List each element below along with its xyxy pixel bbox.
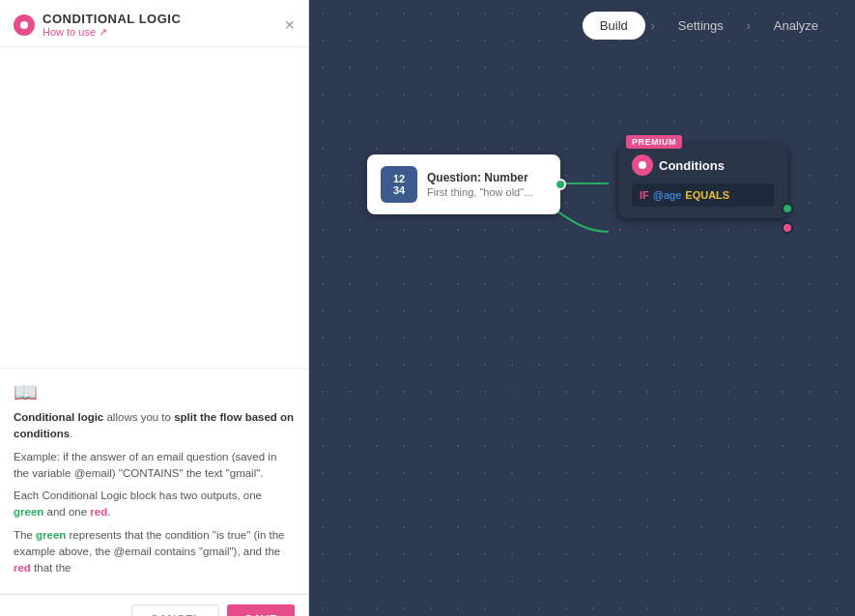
conditions-node-body: IF @age EQUALS — [632, 183, 774, 207]
tab-build[interactable]: Build — [583, 12, 645, 40]
panel-body: Set the condition(s) IF @ age 1 ✓ EQUAL … — [0, 47, 308, 59]
top-nav: Build › Settings › Analyze — [309, 0, 855, 51]
info-box: 📖 Conditional logic allows you to split … — [0, 368, 308, 594]
question-node-title: Question: Number — [427, 171, 532, 184]
nav-tabs: Build › Settings › Analyze — [583, 12, 836, 40]
question-node[interactable]: 12 34 Question: Number First thing, "how… — [367, 154, 560, 214]
question-node-icon: 12 34 — [381, 166, 417, 203]
conditions-node-icon — [632, 154, 653, 176]
conditions-output-red — [782, 222, 793, 234]
close-button[interactable]: × — [284, 16, 295, 34]
bottom-bar: SAVE CHANGES? CANCEL SAVE — [0, 594, 308, 616]
panel-header: CONDITIONAL LOGIC How to use ↗ × — [0, 0, 308, 47]
conditions-output-green — [782, 203, 793, 214]
tab-settings[interactable]: Settings — [661, 12, 741, 40]
op-chip: EQUALS — [685, 189, 729, 201]
left-panel: CONDITIONAL LOGIC How to use ↗ × Set the… — [0, 0, 309, 616]
question-node-subtitle: First thing, "how old"... — [427, 186, 532, 198]
panel-subtitle[interactable]: How to use ↗ — [43, 26, 284, 39]
external-link-icon: ↗ — [99, 26, 107, 38]
info-paragraph-3: Each Conditional Logic block has two out… — [14, 488, 295, 521]
premium-badge: PREMIUM — [626, 135, 682, 149]
panel-title-group: CONDITIONAL LOGIC How to use ↗ — [43, 12, 284, 39]
conditions-node[interactable]: PREMIUM Conditions IF @age EQUALS — [618, 145, 787, 218]
bottom-bar-actions: CANCEL SAVE — [131, 604, 295, 616]
conditions-node-header: Conditions — [632, 154, 774, 176]
var-chip: @age — [653, 189, 682, 201]
chevron-icon-2: › — [747, 19, 751, 33]
connector-svg — [309, 58, 855, 616]
chevron-icon-1: › — [651, 19, 655, 33]
question-output-dot — [555, 179, 566, 190]
flow-canvas: Build › Settings › Analyze 12 34 Questio… — [309, 0, 855, 616]
tab-analyze[interactable]: Analyze — [756, 12, 836, 40]
save-button[interactable]: SAVE — [227, 604, 295, 616]
info-paragraph-2: Example: if the answer of an email quest… — [14, 449, 295, 483]
book-icon: 📖 — [14, 380, 295, 404]
info-paragraph-1: Conditional logic allows you to split th… — [14, 409, 295, 443]
cancel-button[interactable]: CANCEL — [131, 604, 219, 616]
question-node-text: Question: Number First thing, "how old".… — [427, 171, 532, 198]
flow-area: 12 34 Question: Number First thing, "how… — [309, 58, 855, 616]
conditional-logic-icon — [14, 14, 35, 36]
conditions-node-title: Conditions — [659, 158, 725, 173]
info-paragraph-4: The green represents that the condition … — [14, 527, 295, 577]
panel-title: CONDITIONAL LOGIC — [43, 12, 284, 26]
if-chip: IF — [640, 189, 649, 201]
